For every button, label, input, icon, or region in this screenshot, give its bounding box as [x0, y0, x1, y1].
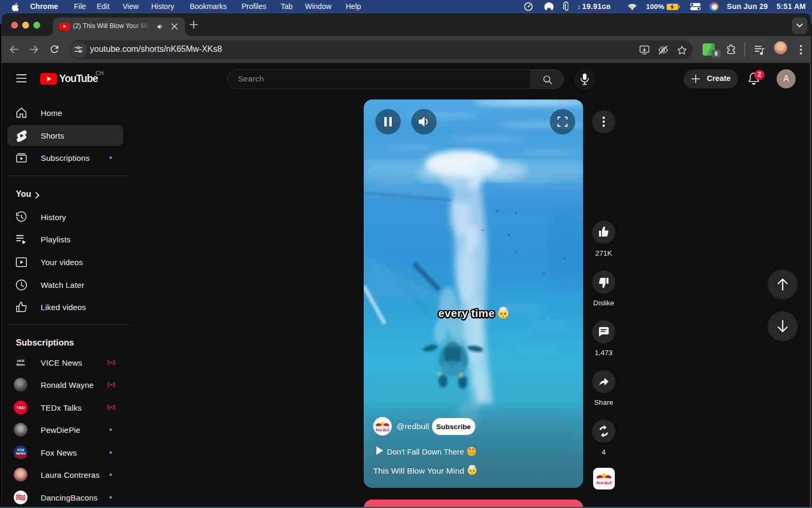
- svg-text:News: News: [16, 363, 25, 366]
- svg-text:Red Bull: Red Bull: [376, 428, 390, 432]
- svg-text:NEWS: NEWS: [16, 452, 26, 455]
- svg-text:FOX: FOX: [17, 448, 25, 452]
- svg-text:TED: TED: [16, 405, 25, 410]
- svg-text:VICE: VICE: [17, 359, 25, 362]
- svg-text:Red Bull: Red Bull: [596, 480, 612, 485]
